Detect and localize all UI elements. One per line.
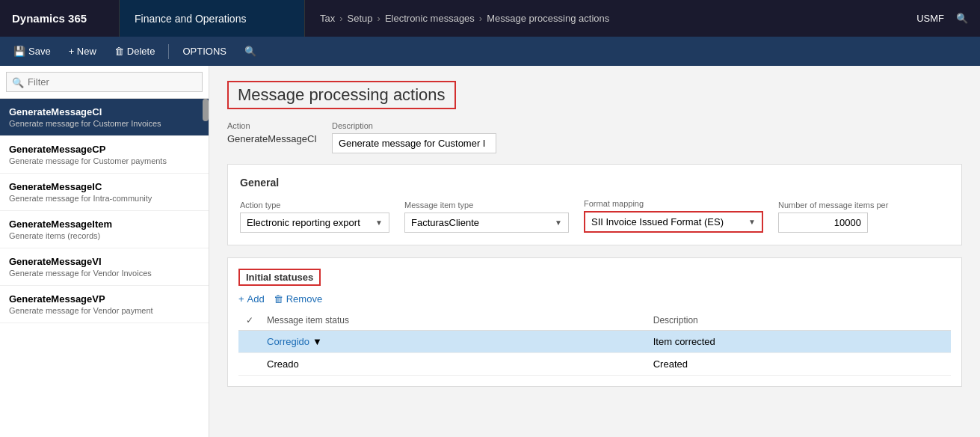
initial-statuses-section: Initial statuses + Add 🗑 Remove ✓ Messag… (227, 257, 962, 387)
trash-icon: 🗑 (114, 46, 124, 57)
sidebar-item-sub-0: Generate message for Customer Invoices (9, 119, 200, 128)
message-item-type-value: FacturasCliente (411, 217, 479, 228)
main-layout: 🔍 GenerateMessageCI Generate message for… (0, 66, 980, 437)
add-button[interactable]: + Add (238, 293, 265, 305)
dropdowns-row: Action type Electronic reporting export … (240, 199, 949, 233)
format-mapping-dropdown[interactable]: SII Invoice Issued Format (ES) ▼ (584, 211, 763, 233)
sidebar-item-title-5: GenerateMessageVP (9, 293, 200, 305)
bc-em[interactable]: Electronic messages (385, 13, 475, 24)
table-header-row: ✓ Message item status Description (238, 311, 951, 331)
delete-button[interactable]: 🗑 Delete (107, 37, 163, 66)
options-label: OPTIONS (182, 46, 226, 57)
row-desc-0: Item corrected (647, 331, 951, 353)
remove-label: Remove (286, 293, 322, 305)
status-table: ✓ Message item status Description Correg… (238, 311, 951, 376)
form-row-action: Action GenerateMessageCI Description (227, 121, 962, 153)
bc-setup[interactable]: Setup (348, 13, 373, 24)
toolbar-search-button[interactable]: 🔍 (237, 37, 264, 66)
statuses-toolbar: + Add 🗑 Remove (238, 293, 951, 305)
sidebar-scrollbar[interactable] (203, 99, 209, 121)
action-value: GenerateMessageCI (227, 133, 317, 144)
col-description: Description (647, 311, 951, 331)
sidebar-item-title-3: GenerateMessageItem (9, 218, 200, 230)
action-field: Action GenerateMessageCI (227, 121, 317, 153)
message-item-type-field: Message item type FacturasCliente ▼ (404, 201, 569, 233)
sidebar-item-sub-2: Generate message for Intra-community (9, 194, 200, 203)
description-field: Description (332, 121, 496, 153)
general-title: General (240, 177, 949, 189)
sidebar-filter-area: 🔍 (0, 66, 209, 99)
action-type-value: Electronic reporting export (247, 217, 360, 228)
dynamics-logo[interactable]: Dynamics 365 (0, 0, 120, 37)
user-label: USMF (916, 13, 944, 24)
new-button[interactable]: + New (61, 37, 104, 66)
bc-tax[interactable]: Tax (320, 13, 335, 24)
row-status-0: Corregido ▼ (261, 331, 647, 353)
status-dropdown-cell-0[interactable]: Corregido ▼ (267, 336, 641, 347)
dynamics-label: Dynamics 365 (12, 12, 87, 25)
message-item-type-label: Message item type (404, 201, 569, 210)
breadcrumb: Tax › Setup › Electronic messages › Mess… (305, 13, 916, 24)
save-button[interactable]: 💾 Save (6, 37, 58, 66)
description-label: Description (332, 121, 496, 130)
action-type-field: Action type Electronic reporting export … (240, 201, 389, 233)
sidebar-item-title-2: GenerateMessageIC (9, 181, 200, 192)
options-button[interactable]: OPTIONS (175, 37, 234, 66)
sidebar-item-0[interactable]: GenerateMessageCI Generate message for C… (0, 99, 209, 136)
num-items-label: Number of message items per (778, 201, 888, 210)
col-check: ✓ (238, 311, 261, 331)
action-type-arrow: ▼ (375, 218, 383, 227)
sidebar-item-sub-3: Generate items (records) (9, 231, 200, 240)
num-items-field: Number of message items per (778, 201, 888, 233)
sidebar-item-title-4: GenerateMessageVI (9, 256, 200, 267)
sidebar-item-1[interactable]: GenerateMessageCP Generate message for C… (0, 136, 209, 174)
action-label: Action (227, 121, 317, 130)
table-row[interactable]: Creado Created (238, 353, 951, 376)
message-item-type-dropdown[interactable]: FacturasCliente ▼ (404, 213, 569, 233)
bc-mpa[interactable]: Message processing actions (487, 13, 609, 24)
description-input[interactable] (332, 133, 496, 153)
table-row[interactable]: Corregido ▼ Item corrected (238, 331, 951, 353)
row-check-1 (238, 353, 261, 376)
bc-sep2: › (377, 13, 380, 24)
top-nav: Dynamics 365 Finance and Operations Tax … (0, 0, 980, 37)
statuses-title-wrapper: Initial statuses (238, 269, 951, 293)
nav-right: USMF 🔍 (916, 13, 980, 24)
status-arrow-0: ▼ (312, 336, 322, 347)
bc-sep3: › (479, 13, 482, 24)
new-label: + New (69, 46, 96, 57)
add-label: Add (247, 293, 265, 305)
sidebar-item-3[interactable]: GenerateMessageItem Generate items (reco… (0, 211, 209, 248)
sidebar-item-4[interactable]: GenerateMessageVI Generate message for V… (0, 248, 209, 286)
row-desc-1: Created (647, 353, 951, 376)
filter-input[interactable] (6, 72, 203, 92)
col-message-item-status: Message item status (261, 311, 647, 331)
save-label: Save (28, 46, 51, 57)
delete-label: Delete (127, 46, 155, 57)
search-icon[interactable]: 🔍 (956, 13, 968, 24)
finance-label: Finance and Operations (135, 13, 246, 25)
format-mapping-value: SII Invoice Issued Format (ES) (591, 216, 724, 227)
toolbar: 💾 Save + New 🗑 Delete OPTIONS 🔍 (0, 37, 980, 66)
num-items-input[interactable] (778, 213, 868, 233)
toolbar-separator (168, 44, 169, 59)
sidebar-item-title-0: GenerateMessageCI (9, 106, 200, 117)
row-status-1: Creado (261, 353, 647, 376)
page-title: Message processing actions (227, 81, 962, 121)
status-value-0: Corregido (267, 336, 309, 347)
toolbar-search-icon: 🔍 (244, 46, 256, 57)
remove-icon: 🗑 (274, 293, 283, 305)
sidebar-item-2[interactable]: GenerateMessageIC Generate message for I… (0, 174, 209, 211)
action-type-label: Action type (240, 201, 389, 210)
message-item-type-arrow: ▼ (555, 218, 562, 227)
sidebar-item-sub-1: Generate message for Customer payments (9, 156, 200, 165)
remove-button[interactable]: 🗑 Remove (274, 293, 322, 305)
sidebar-item-sub-4: Generate message for Vendor Invoices (9, 269, 200, 278)
statuses-title: Initial statuses (238, 269, 321, 286)
save-icon: 💾 (13, 46, 25, 57)
sidebar-item-title-1: GenerateMessageCP (9, 144, 200, 155)
sidebar-item-sub-5: Generate message for Vendor payment (9, 306, 200, 315)
sidebar-item-5[interactable]: GenerateMessageVP Generate message for V… (0, 286, 209, 323)
action-type-dropdown[interactable]: Electronic reporting export ▼ (240, 213, 389, 233)
finance-label-area: Finance and Operations (120, 0, 305, 37)
